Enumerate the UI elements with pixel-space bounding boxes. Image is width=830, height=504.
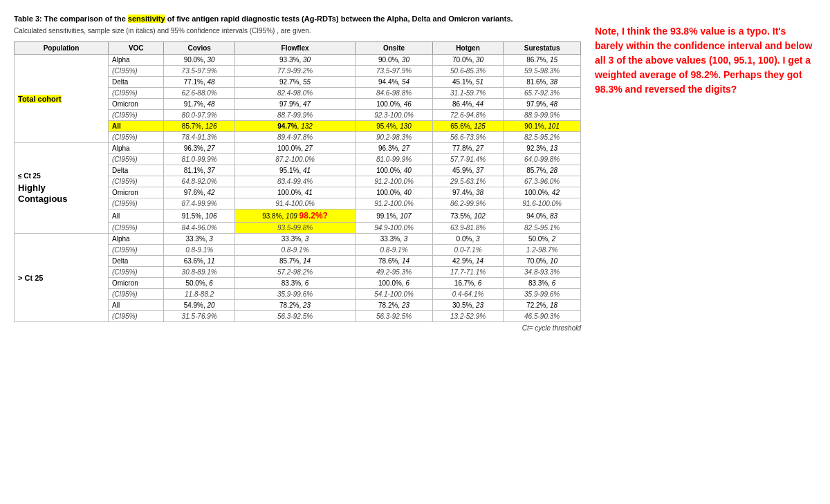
data-cell: 83.4-99.4% bbox=[234, 176, 355, 187]
data-cell: 81.0-99.9% bbox=[356, 154, 433, 165]
voc-cell: Alpha bbox=[109, 234, 164, 245]
data-cell: 63.9-81.8% bbox=[432, 223, 503, 234]
data-cell: 31.5-76.9% bbox=[164, 311, 234, 322]
data-cell: 97.9%, 47 bbox=[234, 99, 355, 110]
voc-cell: Omicron bbox=[109, 99, 164, 110]
data-cell: 0.8-9.1% bbox=[164, 245, 234, 256]
table-subtitle: Calculated sensitivities, sample size (i… bbox=[14, 27, 581, 35]
voc-cell: Delta bbox=[109, 165, 164, 176]
data-cell: 63.6%, 11 bbox=[164, 256, 234, 267]
voc-cell: All bbox=[109, 300, 164, 311]
data-cell: 87.2-100.0% bbox=[234, 154, 355, 165]
data-cell: 78.4-91.3% bbox=[164, 132, 234, 143]
data-cell: 84.6-98.8% bbox=[356, 88, 433, 99]
data-cell: 91.2-100.0% bbox=[356, 176, 433, 187]
data-cell: 72.2%, 18 bbox=[504, 300, 581, 311]
total-cohort-label: Total cohort bbox=[15, 55, 109, 143]
data-cell: 1.2-98.7% bbox=[504, 245, 581, 256]
voc-cell: (CI95%) bbox=[109, 66, 164, 77]
data-cell: 85.7%, 126 bbox=[164, 121, 234, 132]
data-cell: 100.0%, 6 bbox=[356, 278, 433, 289]
data-cell: 50.6-85.3% bbox=[432, 66, 503, 77]
data-cell: 94.0%, 83 bbox=[504, 209, 581, 223]
data-cell: 97.9%, 48 bbox=[504, 99, 581, 110]
data-cell: 73.5%, 102 bbox=[432, 209, 503, 223]
data-cell: 56.3-92.5% bbox=[234, 311, 355, 322]
data-cell: 93.3%, 30 bbox=[234, 55, 355, 66]
highly-contagious-text: HighlyContagious bbox=[18, 183, 104, 204]
voc-cell: (CI95%) bbox=[109, 110, 164, 121]
data-cell: 78.6%, 14 bbox=[356, 256, 433, 267]
data-cell: 57.7-91.4% bbox=[432, 154, 503, 165]
data-cell: 30.8-89.1% bbox=[164, 267, 234, 278]
data-cell: 73.5-97.9% bbox=[164, 66, 234, 77]
data-cell: 81.1%, 37 bbox=[164, 165, 234, 176]
voc-cell: (CI95%) bbox=[109, 176, 164, 187]
voc-cell: Delta bbox=[109, 256, 164, 267]
data-cell: 77.9-99.2% bbox=[234, 66, 355, 77]
annotation-section: Note, I think the 93.8% value is a typo.… bbox=[581, 14, 823, 332]
col-population: Population bbox=[15, 42, 109, 55]
data-cell: 94.7%, 132 bbox=[234, 121, 355, 132]
data-cell: 81.0-99.9% bbox=[164, 154, 234, 165]
data-cell: 100.0%, 41 bbox=[234, 187, 355, 198]
data-cell: 50.0%, 2 bbox=[504, 234, 581, 245]
data-cell: 88.9-99.9% bbox=[504, 110, 581, 121]
data-cell: 56.6-73.9% bbox=[432, 132, 503, 143]
data-cell: 70.0%, 10 bbox=[504, 256, 581, 267]
data-cell: 92.7%, 55 bbox=[234, 77, 355, 88]
data-cell: 11.8-88.2 bbox=[164, 289, 234, 300]
table-title: Table 3: The comparison of the sensitivi… bbox=[14, 14, 581, 24]
voc-cell: All bbox=[109, 121, 164, 132]
data-cell: 54.9%, 20 bbox=[164, 300, 234, 311]
col-voc: VOC bbox=[109, 42, 164, 55]
main-table: Population VOC Covios Flowflex Onsite Ho… bbox=[14, 41, 581, 322]
data-cell: 91.7%, 48 bbox=[164, 99, 234, 110]
data-cell: 85.7%, 28 bbox=[504, 165, 581, 176]
data-cell: 65.7-92.3% bbox=[504, 88, 581, 99]
data-cell: 100.0%, 27 bbox=[234, 143, 355, 154]
data-cell: 64.8-92.0% bbox=[164, 176, 234, 187]
data-cell: 64.0-99.8% bbox=[504, 154, 581, 165]
voc-cell: (CI95%) bbox=[109, 132, 164, 143]
data-cell: 0.8-9.1% bbox=[234, 245, 355, 256]
data-cell: 82.5-95.1% bbox=[504, 223, 581, 234]
col-onsite: Onsite bbox=[356, 42, 433, 55]
table-row: > Ct 25 Alpha 33.3%, 3 33.3%, 3 33.3%, 3… bbox=[15, 234, 581, 245]
data-cell: 90.0%, 30 bbox=[356, 55, 433, 66]
data-cell: 57.2-98.2% bbox=[234, 267, 355, 278]
highlight-sensitivity: sensitivity bbox=[128, 15, 165, 23]
data-cell: 97.6%, 42 bbox=[164, 187, 234, 198]
col-covios: Covios bbox=[164, 42, 234, 55]
data-cell: 84.4-96.0% bbox=[164, 223, 234, 234]
data-cell: 30.5%, 23 bbox=[432, 300, 503, 311]
data-cell: 65.6%, 125 bbox=[432, 121, 503, 132]
total-cohort-text: Total cohort bbox=[18, 95, 62, 103]
data-cell: 0.0-7.1% bbox=[432, 245, 503, 256]
data-cell: 73.5-97.9% bbox=[356, 66, 433, 77]
voc-cell: (CI95%) bbox=[109, 267, 164, 278]
table-row: Total cohort Alpha 90.0%, 30 93.3%, 30 9… bbox=[15, 55, 581, 66]
voc-cell: (CI95%) bbox=[109, 88, 164, 99]
data-cell: 93.8%, 109 98.2%? bbox=[234, 209, 355, 223]
data-cell: 17.7-71.1% bbox=[432, 267, 503, 278]
table-section: Table 3: The comparison of the sensitivi… bbox=[14, 14, 581, 332]
voc-cell: All bbox=[109, 209, 164, 223]
data-cell: 94.9-100.0% bbox=[356, 223, 433, 234]
data-cell: 94.4%, 54 bbox=[356, 77, 433, 88]
voc-cell: Omicron bbox=[109, 278, 164, 289]
data-cell: 99.1%, 107 bbox=[356, 209, 433, 223]
voc-cell: Omicron bbox=[109, 187, 164, 198]
annotation-note: Note, I think the 93.8% value is a typo.… bbox=[595, 26, 812, 95]
data-cell: 93.5-99.8% bbox=[234, 223, 355, 234]
data-cell: 87.4-99.9% bbox=[164, 198, 234, 209]
data-cell: 85.7%, 14 bbox=[234, 256, 355, 267]
data-cell: 54.1-100.0% bbox=[356, 289, 433, 300]
data-cell: 95.4%, 130 bbox=[356, 121, 433, 132]
data-cell: 81.6%, 38 bbox=[504, 77, 581, 88]
ct25-label-cell: ≤ Ct 25 HighlyContagious bbox=[15, 143, 109, 234]
data-cell: 82.5-95.2% bbox=[504, 132, 581, 143]
data-cell: 91.6-100.0% bbox=[504, 198, 581, 209]
data-cell: 78.2%, 23 bbox=[234, 300, 355, 311]
voc-cell: (CI95%) bbox=[109, 198, 164, 209]
